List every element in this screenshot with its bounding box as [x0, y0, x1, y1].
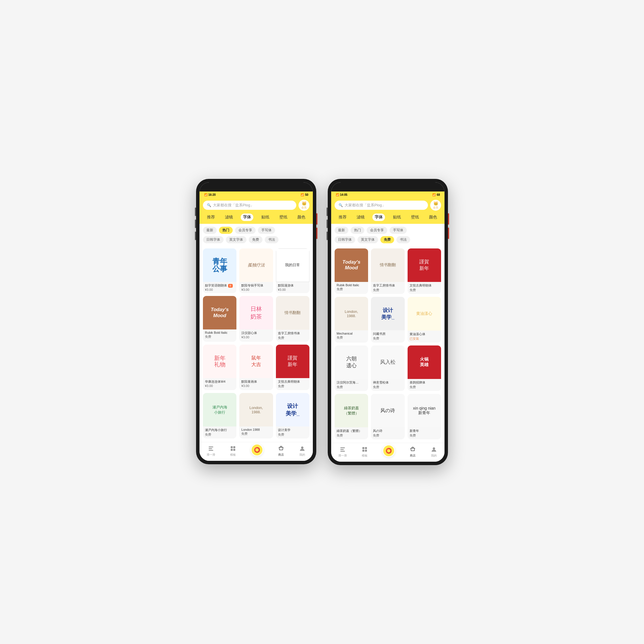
filter-chip-row2-2[interactable]: 免费	[380, 236, 394, 243]
search-input[interactable]: 🔍 大家都在搜「盐系Plog」	[335, 201, 428, 210]
nav-tab-5[interactable]: 颜色	[427, 214, 439, 221]
bottom-nav-item-4[interactable]: 我的	[299, 445, 306, 457]
svg-rect-3	[231, 446, 233, 448]
nav-tab-0[interactable]: 推荐	[205, 214, 217, 221]
filter-chip-row2-3[interactable]: 书法	[396, 236, 410, 243]
nav-tab-3[interactable]: 贴纸	[259, 214, 272, 221]
phone-screen: 📶 14:05 📶 68 🔍 大家都在搜「盐系Plog」 👑 会员 推荐滤镜字体…	[331, 182, 445, 462]
camera-button[interactable]: ⭕	[382, 445, 395, 457]
signal-icon: 📶	[336, 193, 339, 196]
font-card-9[interactable]: 瀬戸内海 小旅行瀬戸内海小旅行免费	[203, 393, 236, 438]
filter-chip-row1-0[interactable]: 最新	[203, 227, 217, 234]
font-card-10[interactable]: London, 1988.London 1988免费	[239, 393, 273, 438]
nav-tab-5[interactable]: 颜色	[295, 214, 308, 221]
nav-tab-4[interactable]: 壁纸	[277, 214, 290, 221]
nav-tab-4[interactable]: 壁纸	[409, 214, 421, 221]
svg-rect-4	[233, 446, 235, 448]
bottom-nav-item-0[interactable]: 滑一滑	[338, 446, 347, 458]
bottom-nav-item-1[interactable]: 模板	[361, 446, 368, 458]
filter-chip-row1-3[interactable]: 手写体	[390, 227, 407, 234]
font-price-6: 免费	[337, 385, 366, 389]
font-card-4[interactable]: 设计 美学_问藏书房免费	[371, 297, 404, 342]
filter-chip-row2-3[interactable]: 书法	[265, 236, 278, 243]
font-card-5[interactable]: 情书翻翻造字工房情书体免费	[276, 296, 309, 341]
filter-chip-row2-1[interactable]: 英文字体	[226, 236, 246, 243]
camera-button[interactable]: ⭕	[251, 444, 263, 456]
nav-label-4: 我的	[299, 453, 305, 457]
font-card-6[interactable]: 新年 礼物华康连连体W4¥3.00	[203, 345, 236, 390]
font-card-2[interactable]: 我的日常默陌漫游体¥3.00	[276, 248, 309, 293]
nav-tab-2[interactable]: 字体	[372, 214, 385, 221]
filter-chip-row2-0[interactable]: 日韩字体	[335, 236, 355, 243]
font-card-7[interactable]: 鼠年 大吉默陌童画体¥3.00	[239, 345, 273, 390]
font-card-10[interactable]: 风の诗风の诗免费	[371, 394, 404, 439]
font-card-11[interactable]: 设计 美学_设计美学免费	[276, 393, 309, 438]
bottom-nav-item-4[interactable]: 我的	[430, 446, 437, 458]
nav-label-0: 滑一滑	[207, 453, 215, 457]
font-price-7: 免费	[373, 385, 402, 389]
power-button	[448, 228, 449, 239]
bottom-nav-item-2[interactable]: ⭕	[382, 447, 395, 457]
font-preview-9: 綠茶奶蓋 （繁體）	[335, 394, 368, 427]
nav-tab-0[interactable]: 推荐	[336, 214, 349, 221]
font-info-3: Mechanical免费	[335, 330, 368, 341]
font-card-9[interactable]: 綠茶奶蓋 （繁體）綠茶奶蓋（繁體）免费	[335, 394, 368, 439]
font-card-6[interactable]: 六朝 遗心汉仪阿尔茨海…免费	[335, 345, 368, 391]
font-name-9: 瀬戸内海小旅行	[205, 428, 234, 432]
nav-tab-1[interactable]: 滤镜	[223, 214, 235, 221]
font-card-3[interactable]: London, 1988.Mechanical免费	[335, 297, 368, 342]
font-price-0: 免费	[337, 287, 366, 291]
filter-chip-row1-3[interactable]: 手写体	[258, 227, 275, 234]
font-info-1: 造字工房情书体免费	[371, 282, 404, 294]
crown-icon: 👑	[433, 201, 438, 206]
status-bar: 📶 16:20 📶 50	[199, 191, 313, 197]
font-card-1[interactable]: 情书翻翻造字工房情书体免费	[371, 248, 404, 294]
nav-tab-3[interactable]: 贴纸	[391, 214, 403, 221]
font-preview-3: London, 1988.	[335, 297, 368, 330]
bottom-nav: 滑一滑模板⭕商店我的	[331, 443, 445, 462]
filter-chip-row1-1[interactable]: 热门	[219, 227, 233, 234]
bottom-nav-item-3[interactable]: 商店	[278, 445, 285, 457]
bottom-nav-item-0[interactable]: 滑一滑	[207, 445, 215, 457]
font-card-4[interactable]: 日林 奶茶汉仪甜心体¥3.00	[239, 296, 273, 341]
bottom-nav-item-3[interactable]: 商店	[409, 446, 416, 458]
font-name-8: 喜鹊招牌体	[410, 380, 439, 385]
font-card-0[interactable]: Today's MoodRubik Bold Italic免费	[335, 248, 368, 294]
wifi-icon: 📶	[432, 193, 436, 196]
search-input[interactable]: 🔍 大家都在搜「盐系Plog」	[203, 201, 296, 210]
font-card-8[interactable]: 火锅 英雄喜鹊招牌体免费	[408, 345, 441, 391]
filter-chip-row1-1[interactable]: 热门	[351, 227, 364, 234]
filter-chip-row2-2[interactable]: 免费	[249, 236, 262, 243]
nav-tab-1[interactable]: 滤镜	[354, 214, 367, 221]
bottom-nav-item-1[interactable]: 模板	[230, 445, 236, 457]
member-button[interactable]: 👑 会员	[430, 200, 441, 211]
nav-tab-2[interactable]: 字体	[241, 214, 253, 221]
font-price-4: 免费	[373, 336, 402, 341]
font-card-2[interactable]: 謹賀 新年文悦古典明朝体免费	[408, 248, 441, 294]
filter-chip-row1-2[interactable]: 会员专享	[235, 227, 256, 234]
font-card-1[interactable]: 孤独疗法默陌专辑手写体¥3.00	[239, 248, 273, 293]
filter-chip-row1-2[interactable]: 会员专享	[367, 227, 387, 234]
font-preview-4: 日林 奶茶	[239, 296, 273, 329]
bottom-nav-item-2[interactable]: ⭕	[251, 446, 263, 456]
font-card-0[interactable]: 青年 公事励字笑语朗朗体新¥3.00	[203, 248, 236, 293]
font-info-10: 风の诗免费	[371, 427, 404, 439]
font-info-5: 造字工房情书体免费	[276, 330, 309, 342]
font-name-7: 默陌童画体	[241, 380, 271, 384]
font-info-5: 黄油漾心体已安装	[408, 331, 441, 343]
font-card-5[interactable]: 黄油漾心黄油漾心体已安装	[408, 297, 441, 342]
filter-chip-row1-0[interactable]: 最新	[335, 227, 348, 234]
font-card-7[interactable]: 风入松禅意雪松体免费	[371, 345, 404, 391]
member-button[interactable]: 👑 会员	[299, 200, 309, 211]
nav-icon-1	[361, 446, 368, 453]
filter-chip-row2-1[interactable]: 英文字体	[357, 236, 378, 243]
status-left: 📶 16:20	[204, 193, 216, 196]
search-placeholder-text: 大家都在搜「盐系Plog」	[345, 203, 386, 208]
font-info-11: 新青年免费	[408, 427, 441, 439]
font-card-3[interactable]: Today's MoodRubik Bold Italic免费	[203, 296, 236, 341]
font-card-11[interactable]: xin qing nian 新青年新青年免费	[408, 394, 441, 439]
font-preview-5: 情书翻翻	[276, 296, 309, 329]
filter-chip-row2-0[interactable]: 日韩字体	[203, 236, 224, 243]
font-card-8[interactable]: 謹賀 新年文悦古典明朝体免费	[276, 345, 309, 390]
status-bar: 📶 14:05 📶 68	[331, 191, 445, 197]
